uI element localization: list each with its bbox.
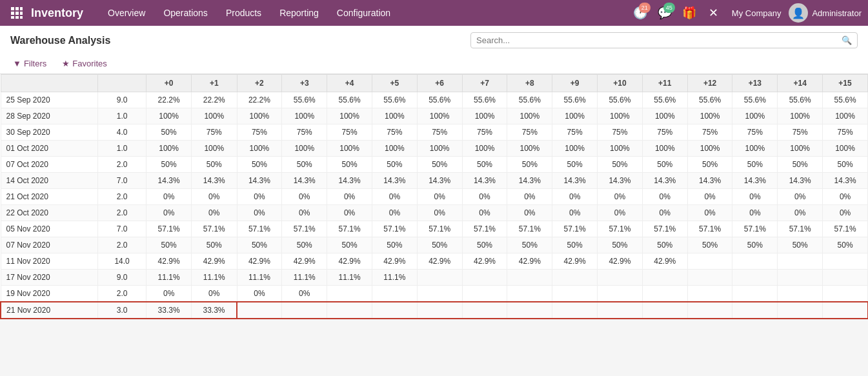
cell-pct: 0% <box>237 189 282 205</box>
cell-pct: 57.1% <box>598 221 643 237</box>
cell-date: 22 Oct 2020 <box>1 205 97 221</box>
page-title: Warehouse Analysis <box>10 35 110 46</box>
cell-pct: 50% <box>192 237 237 253</box>
nav-overview[interactable]: Overview <box>99 0 154 26</box>
svg-rect-8 <box>20 16 23 19</box>
cell-pct <box>507 302 552 319</box>
cell-pct: 11.1% <box>192 270 237 286</box>
cell-value: 2.0 <box>97 157 146 173</box>
cell-pct: 0% <box>823 189 868 205</box>
nav-operations[interactable]: Operations <box>154 0 216 26</box>
table-row[interactable]: 17 Nov 20209.011.1%11.1%11.1%11.1%11.1%1… <box>1 270 868 286</box>
table-row[interactable]: 21 Nov 20203.033.3%33.3% <box>1 302 868 319</box>
cell-pct: 55.6% <box>823 92 868 108</box>
cell-pct: 0% <box>687 189 732 205</box>
table-row[interactable]: 07 Oct 20202.050%50%50%50%50%50%50%50%50… <box>1 157 868 173</box>
cell-pct: 33.3% <box>146 302 192 319</box>
table-row[interactable]: 22 Oct 20202.00%0%0%0%0%0%0%0%0%0%0%0%0%… <box>1 205 868 221</box>
cell-pct <box>642 270 687 286</box>
cell-pct: 100% <box>237 108 282 124</box>
cell-pct: 100% <box>372 108 417 124</box>
cell-pct: 100% <box>732 108 778 124</box>
close-icon-btn[interactable]: ✕ <box>703 3 724 23</box>
cell-pct: 0% <box>462 205 507 221</box>
table-row[interactable]: 25 Sep 20209.022.2%22.2%22.2%55.6%55.6%5… <box>1 92 868 108</box>
search-input[interactable] <box>476 35 842 45</box>
cell-date: 05 Nov 2020 <box>1 221 97 237</box>
clock-icon-btn[interactable]: 🕐 21 <box>630 3 651 23</box>
cell-pct <box>372 286 417 302</box>
col-header-3: +3 <box>282 75 327 92</box>
topnav-right: 🕐 21 💬 45 🎁 ✕ My Company 👤 Administrator <box>630 3 862 23</box>
messages-badge: 45 <box>663 3 675 13</box>
cell-pct: 50% <box>598 237 643 253</box>
cell-pct <box>732 286 778 302</box>
cell-value: 2.0 <box>97 205 146 221</box>
cell-pct: 50% <box>372 237 417 253</box>
cell-pct: 14.3% <box>823 173 868 189</box>
cell-pct: 50% <box>237 237 282 253</box>
cell-pct: 50% <box>327 237 372 253</box>
messages-icon-btn[interactable]: 💬 45 <box>654 3 675 23</box>
gift-icon-btn[interactable]: 🎁 <box>679 3 700 23</box>
nav-configuration[interactable]: Configuration <box>328 0 399 26</box>
cell-pct: 50% <box>146 237 192 253</box>
cell-pct: 42.9% <box>192 253 237 270</box>
cell-pct <box>687 286 732 302</box>
cell-pct: 75% <box>507 124 552 141</box>
cell-pct: 0% <box>507 189 552 205</box>
cell-pct <box>552 270 598 286</box>
cell-pct: 14.3% <box>552 173 598 189</box>
cell-pct: 57.1% <box>372 221 417 237</box>
table-row[interactable]: 21 Oct 20202.00%0%0%0%0%0%0%0%0%0%0%0%0%… <box>1 189 868 205</box>
cell-pct: 14.3% <box>372 173 417 189</box>
col-header-0: +0 <box>146 75 192 92</box>
cell-pct <box>327 286 372 302</box>
admin-label[interactable]: Administrator <box>812 8 862 18</box>
col-header-4: +4 <box>327 75 372 92</box>
cell-date: 25 Sep 2020 <box>1 92 97 108</box>
table-row[interactable]: 19 Nov 20202.00%0%0%0% <box>1 286 868 302</box>
table-row[interactable]: 30 Sep 20204.050%75%75%75%75%75%75%75%75… <box>1 124 868 141</box>
svg-rect-5 <box>20 12 23 15</box>
nav-products[interactable]: Products <box>217 0 270 26</box>
cell-pct: 14.3% <box>598 173 643 189</box>
cell-pct: 100% <box>372 141 417 157</box>
cell-pct: 0% <box>192 205 237 221</box>
cell-pct: 0% <box>237 205 282 221</box>
search-bar[interactable]: 🔍 <box>470 32 858 48</box>
cell-pct <box>462 286 507 302</box>
cell-pct: 14.3% <box>462 173 507 189</box>
cell-pct: 11.1% <box>237 270 282 286</box>
cell-pct <box>778 253 823 270</box>
cell-pct: 50% <box>192 157 237 173</box>
table-row[interactable]: 28 Sep 20201.0100%100%100%100%100%100%10… <box>1 108 868 124</box>
cell-pct: 50% <box>687 237 732 253</box>
cell-pct: 0% <box>282 189 327 205</box>
cell-value: 1.0 <box>97 108 146 124</box>
table-row[interactable]: 11 Nov 202014.042.9%42.9%42.9%42.9%42.9%… <box>1 253 868 270</box>
table-row[interactable]: 07 Nov 20202.050%50%50%50%50%50%50%50%50… <box>1 237 868 253</box>
cell-pct: 14.3% <box>192 173 237 189</box>
cell-pct <box>598 270 643 286</box>
company-selector[interactable]: My Company <box>728 8 785 18</box>
grid-menu-icon[interactable] <box>6 3 27 23</box>
nav-reporting[interactable]: Reporting <box>270 0 328 26</box>
favorites-button[interactable]: ★ Favorites <box>59 57 109 70</box>
cell-pct: 55.6% <box>282 92 327 108</box>
cell-pct: 55.6% <box>372 92 417 108</box>
cell-pct: 100% <box>327 141 372 157</box>
cell-pct: 0% <box>237 286 282 302</box>
table-row[interactable]: 05 Nov 20207.057.1%57.1%57.1%57.1%57.1%5… <box>1 221 868 237</box>
cell-pct: 50% <box>417 157 462 173</box>
cell-date: 17 Nov 2020 <box>1 270 97 286</box>
filters-button[interactable]: ▼ Filters <box>10 57 49 70</box>
avatar[interactable]: 👤 <box>789 3 808 23</box>
table-row[interactable]: 14 Oct 20207.014.3%14.3%14.3%14.3%14.3%1… <box>1 173 868 189</box>
cell-pct: 14.3% <box>282 173 327 189</box>
cell-pct: 100% <box>552 108 598 124</box>
cell-pct: 50% <box>237 157 282 173</box>
cell-pct: 50% <box>687 157 732 173</box>
cell-pct: 100% <box>732 141 778 157</box>
table-row[interactable]: 01 Oct 20201.0100%100%100%100%100%100%10… <box>1 141 868 157</box>
